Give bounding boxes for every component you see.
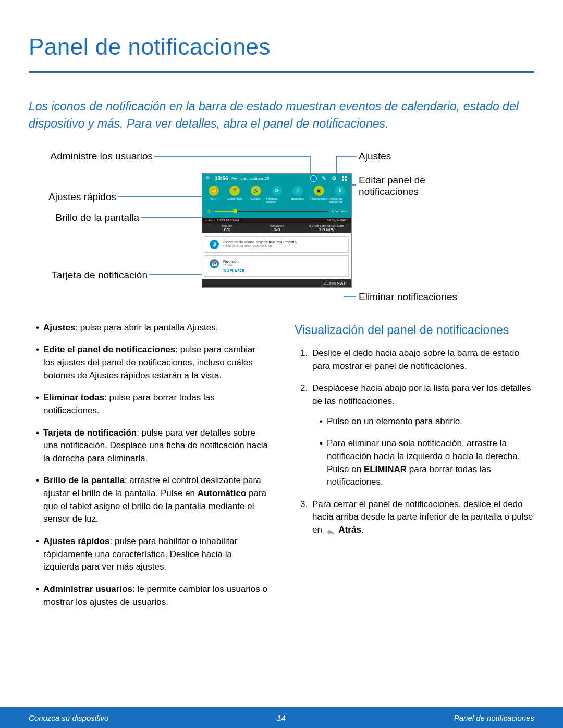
notification-panel-mock: 🔍 10:56 AM vie., octubre 23 👤 ✎ ⚙ 📶Wi-Fi…: [202, 173, 352, 288]
sound-icon: 🔊: [251, 186, 261, 196]
callout-brightness: Brillo de la pantalla: [29, 212, 139, 224]
page-footer: Conozca su dispositivo 14 Panel de notif…: [0, 707, 563, 728]
steps-list: Deslice el dedo hacia abajo sobre la bar…: [295, 347, 534, 537]
intro-text: Los iconos de notificación en la barra d…: [29, 98, 534, 133]
list-item: Pulse en un elemento para abrirlo.: [320, 415, 534, 428]
location-icon: 📍: [229, 186, 240, 196]
bluetooth-icon: ᛒ: [292, 186, 303, 196]
list-item: Edite el panel de notificaciones: pulse …: [36, 343, 268, 382]
search-icon: 🔍: [205, 176, 212, 181]
list-item: Deslice el dedo hacia abajo sobre la bar…: [310, 347, 534, 373]
clear-all-button: ELIMINAR: [202, 279, 351, 287]
footer-left: Conozca su dispositivo: [29, 713, 108, 722]
list-item: Para eliminar una sola notificación, arr…: [320, 437, 534, 489]
list-item: Ajustes: pulse para abrir la pantalla Aj…: [36, 322, 268, 335]
notification-card-usb: ψ Conectado como dispositivo multimedia …: [205, 236, 349, 253]
back-icon: [326, 527, 335, 534]
annotated-diagram: Administre los usuarios Ajustes rápidos …: [29, 150, 534, 306]
list-item: Desplácese hacia abajo por la lista para…: [310, 382, 534, 488]
list-item: Eliminar todas: pulse para borrar todas …: [36, 391, 268, 417]
calendar-icon: 📅: [210, 259, 219, 268]
usb-icon: ψ: [210, 240, 219, 249]
callout-settings: Ajustes: [359, 151, 391, 162]
list-item: Tarjeta de notificación: pulse para ver …: [36, 427, 268, 465]
callout-manage-users: Administre los usuarios: [29, 151, 153, 162]
usage-row: Minutes0/0 Messages0/0 5.0 MB High Speed…: [202, 223, 351, 233]
gear-icon: ⚙: [331, 175, 338, 182]
list-item: Brillo de la pantalla: arrastre el contr…: [36, 474, 268, 526]
adapt-icon: ▣: [314, 186, 324, 196]
footer-right: Panel de notificaciones: [454, 713, 534, 722]
download-boost-icon: ⬇: [335, 186, 345, 196]
notification-card-calendar: 📅 Reunión 11 AM ↻ APLAZAR: [205, 255, 349, 277]
user-icon: 👤: [310, 175, 317, 182]
wifi-icon: 📶: [209, 186, 219, 196]
brightness-slider: ☀ Automático: [202, 206, 351, 218]
callout-notification-card: Tarjeta de notificación: [29, 269, 148, 281]
feature-bullets: Ajustes: pulse para abrir la pantalla Aj…: [29, 322, 268, 619]
page-title: Panel de notificaciones: [29, 34, 534, 73]
callout-edit-panel: Editar panel de notificaciones: [359, 175, 463, 198]
settings-pencil-icon: ✎: [320, 175, 327, 182]
callout-clear-notifications: Eliminar notificaciones: [359, 291, 457, 303]
subheading: Visualización del panel de notificacione…: [295, 322, 534, 339]
list-item: Administrar usuarios: le permite cambiar…: [36, 583, 268, 609]
status-time: 10:56: [215, 176, 228, 181]
callout-quick-settings: Ajustes rápidos: [29, 191, 116, 203]
brightness-icon: ☀: [206, 208, 212, 215]
list-item: Para cerrar el panel de notificaciones, …: [310, 498, 534, 537]
footer-page-number: 14: [277, 713, 286, 722]
quick-settings-row: 📶Wi-Fi 📍Ubica-ción 🔊Sonido ⟳Pantalla rot…: [202, 183, 351, 206]
rotation-icon: ⟳: [272, 186, 282, 196]
list-item: Ajustes rápidos: pulse para habilitar o …: [36, 535, 268, 574]
grid-icon: [341, 175, 348, 182]
